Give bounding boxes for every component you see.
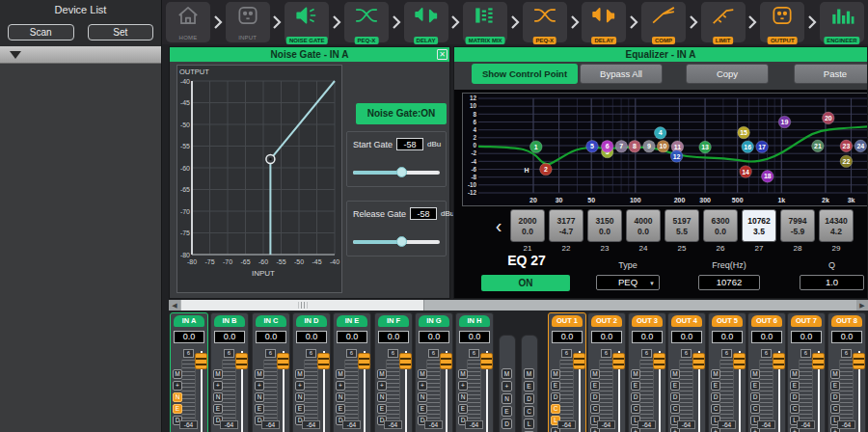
channel-button-out-6-m[interactable]: M — [750, 369, 760, 379]
eq-point-1[interactable]: 1 — [530, 141, 543, 153]
channel-value[interactable]: 0.0 — [256, 331, 286, 343]
channel-value[interactable]: 0.0 — [337, 331, 367, 343]
channel-label-in-g[interactable]: IN G — [419, 315, 449, 327]
toolbar-item-10-output[interactable]: OUTPUT — [760, 2, 804, 42]
eq-point-24[interactable]: 24 — [854, 140, 867, 152]
channel-value[interactable]: 0.0 — [459, 331, 490, 343]
toolbar-item-3-peq-x[interactable]: PEQ-X — [344, 2, 389, 42]
channel-button-in-f-e[interactable]: E — [377, 404, 387, 414]
eq-point-5[interactable]: 5 — [586, 141, 599, 153]
device-entry-collapsed[interactable] — [0, 46, 161, 64]
eq-point-12[interactable]: 12 — [670, 150, 683, 163]
channel-value[interactable]: 0.0 — [831, 331, 862, 343]
eq-point-23[interactable]: 23 — [840, 140, 853, 152]
channel-button-out-8-c[interactable]: C — [830, 404, 840, 414]
channel-button-in-a-m[interactable]: M — [173, 369, 182, 379]
fader-thumb[interactable] — [853, 353, 865, 369]
eq-band-button-24[interactable]: 40000.0 — [626, 209, 661, 242]
master-1-button-m[interactable]: M — [502, 368, 512, 379]
release-gate-value[interactable]: -58 — [410, 207, 437, 220]
channel-button-in-f-m[interactable]: M — [377, 369, 387, 379]
toolbar-item-11-engineer[interactable]: ENGINEER — [820, 2, 864, 42]
fader-thumb[interactable] — [235, 353, 248, 369]
toolbar-item-9-limit[interactable]: LIMIT — [701, 2, 746, 42]
eq-point-8[interactable]: 8 — [629, 141, 641, 153]
channel-label-in-f[interactable]: IN F — [378, 315, 409, 327]
eq-curve-graph[interactable]: 121086420-2-4-6-8-10-1220305010020030050… — [462, 93, 868, 206]
fader-thumb[interactable] — [195, 353, 207, 369]
channel-button-out-1-e[interactable]: E — [551, 381, 560, 391]
noise-gate-on-button[interactable]: Noise Gate:ON — [356, 103, 447, 124]
master-2-button-e[interactable]: E — [524, 381, 534, 392]
toolbar-item-6-peq-x[interactable]: PEQ-X — [523, 2, 567, 42]
fader-thumb[interactable] — [440, 353, 452, 369]
fader-thumb[interactable] — [773, 353, 785, 369]
channel-button-out-4-d[interactable]: D — [670, 392, 680, 402]
channel-button-in-f--[interactable]: + — [377, 381, 387, 391]
close-icon[interactable]: ✕ — [437, 49, 448, 60]
master-2-button-c[interactable]: C — [524, 406, 534, 417]
eq-band-button-23[interactable]: 31500.0 — [587, 209, 622, 242]
toolbar-item-1-input[interactable]: INPUT — [226, 2, 270, 42]
channel-button-in-h-m[interactable]: M — [458, 369, 468, 379]
eq-point-9[interactable]: 9 — [643, 141, 656, 153]
master-1-button--[interactable]: + — [502, 381, 512, 392]
channel-label-out-5[interactable]: OUT 5 — [712, 315, 743, 327]
channel-button-in-e-e[interactable]: E — [336, 404, 345, 414]
scrollbar-thumb[interactable] — [181, 300, 424, 310]
eq-point-19[interactable]: 19 — [778, 116, 791, 128]
toolbar-item-7-delay[interactable]: DELAY — [582, 2, 626, 42]
channel-button-in-d-n[interactable]: N — [295, 392, 305, 402]
eq-point-2[interactable]: 2 — [540, 163, 553, 176]
channel-button-in-b-m[interactable]: M — [213, 369, 223, 379]
channel-button-in-a--[interactable]: + — [173, 381, 182, 391]
noise-gate-curve[interactable]: -40-45-50-55-60-65-70-75-80-80-75-70-65-… — [177, 66, 341, 292]
channel-button-in-e-m[interactable]: M — [336, 369, 345, 379]
bypass-all-button[interactable]: Bypass All — [580, 64, 663, 84]
eq-response-curve[interactable]: 121086420-2-4-6-8-10-1220305010020030050… — [463, 94, 868, 207]
paste-button[interactable]: Paste — [794, 64, 868, 84]
freq-field[interactable]: 10762 — [698, 275, 760, 290]
mixer-scrollbar[interactable]: ◀ ▶ — [169, 300, 868, 310]
eq-band-button-26[interactable]: 63000.0 — [703, 209, 738, 242]
channel-button-in-g-e[interactable]: E — [418, 404, 427, 414]
channel-label-in-b[interactable]: IN B — [214, 315, 245, 327]
q-field[interactable]: 1.0 — [800, 275, 864, 290]
eq-point-7[interactable]: 7 — [615, 141, 628, 153]
master-1-button-e[interactable]: E — [502, 406, 512, 417]
fader-thumb[interactable] — [358, 353, 370, 369]
channel-button-out-3-e[interactable]: E — [631, 381, 640, 391]
channel-button-out-5-c[interactable]: C — [711, 404, 720, 414]
fader-thumb[interactable] — [612, 353, 625, 369]
eq-point-17[interactable]: 17 — [756, 141, 769, 153]
fader-thumb[interactable] — [573, 353, 585, 369]
eq-band-button-22[interactable]: 3177-4.7 — [549, 209, 583, 242]
release-gate-slider[interactable] — [353, 240, 440, 244]
channel-button-in-c--[interactable]: + — [255, 381, 264, 391]
eq-point-6[interactable]: 6 — [601, 141, 613, 153]
channel-label-out-3[interactable]: OUT 3 — [632, 315, 663, 327]
channel-button-out-4-c[interactable]: C — [670, 404, 680, 414]
scan-button[interactable]: Scan — [8, 24, 74, 40]
channel-button-in-g-m[interactable]: M — [418, 369, 427, 379]
channel-button-in-d-m[interactable]: M — [295, 369, 305, 379]
toolbar-item-2-noise-gate[interactable]: NOISE GATE — [285, 2, 329, 42]
scrollbar-left-arrow-icon[interactable]: ◀ — [169, 300, 180, 310]
channel-button-out-4-e[interactable]: E — [670, 381, 680, 391]
channel-label-in-h[interactable]: IN H — [459, 315, 490, 327]
fader-thumb[interactable] — [277, 353, 289, 369]
channel-button-out-7-m[interactable]: M — [790, 369, 800, 379]
channel-button-out-2-c[interactable]: C — [590, 404, 600, 414]
channel-button-out-5-e[interactable]: E — [711, 381, 720, 391]
show-control-point-button[interactable]: Show Control Point — [472, 64, 578, 84]
eq-point-4[interactable]: 4 — [654, 127, 666, 140]
channel-button-in-g--[interactable]: + — [418, 381, 427, 391]
channel-value[interactable]: 0.0 — [632, 331, 663, 343]
fader-thumb[interactable] — [317, 353, 330, 369]
bands-scroll-left-icon[interactable]: ‹ — [491, 213, 506, 240]
channel-button-out-6-e[interactable]: E — [750, 381, 760, 391]
master-1-button-d[interactable]: D — [502, 418, 512, 429]
channel-label-in-d[interactable]: IN D — [296, 315, 327, 327]
channel-button-in-d--[interactable]: + — [295, 381, 305, 391]
channel-button-in-b-e[interactable]: E — [213, 404, 223, 414]
